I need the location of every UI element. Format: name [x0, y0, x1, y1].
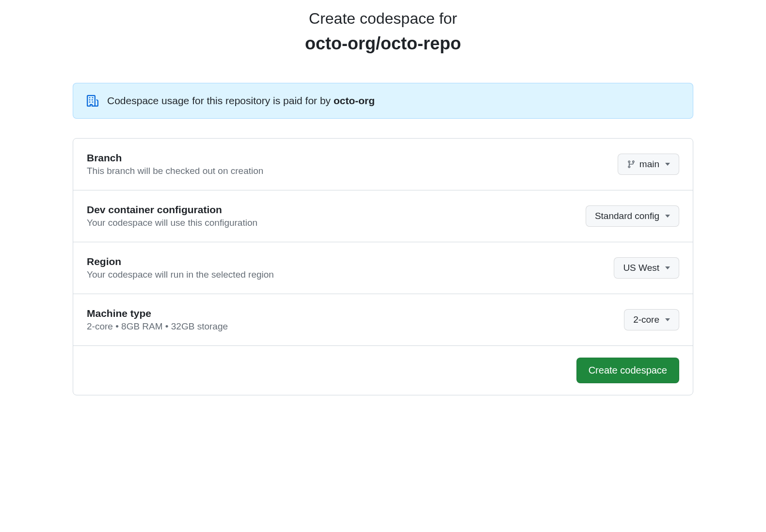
chevron-down-icon	[665, 318, 670, 321]
region-title: Region	[87, 256, 614, 267]
chevron-down-icon	[665, 266, 670, 269]
region-selector[interactable]: US West	[614, 257, 679, 279]
devcontainer-description: Your codespace will use this configurati…	[87, 218, 586, 228]
devcontainer-selector[interactable]: Standard config	[586, 205, 679, 227]
branch-title: Branch	[87, 152, 618, 164]
branch-description: This branch will be checked out on creat…	[87, 166, 618, 176]
chevron-down-icon	[665, 163, 670, 166]
region-option-row: Region Your codespace will run in the se…	[73, 242, 693, 294]
machine-title: Machine type	[87, 308, 624, 319]
machine-value: 2-core	[633, 314, 659, 325]
machine-selector[interactable]: 2-core	[624, 309, 679, 330]
machine-option-row: Machine type 2-core • 8GB RAM • 32GB sto…	[73, 294, 693, 346]
codespace-options-box: Branch This branch will be checked out o…	[73, 138, 693, 395]
create-codespace-button[interactable]: Create codespace	[576, 358, 679, 383]
submit-row: Create codespace	[73, 346, 693, 395]
git-branch-icon	[627, 160, 636, 169]
devcontainer-title: Dev container configuration	[87, 204, 586, 216]
region-value: US West	[623, 263, 659, 273]
region-description: Your codespace will run in the selected …	[87, 269, 614, 280]
branch-selector[interactable]: main	[618, 154, 679, 175]
organization-icon	[87, 95, 98, 107]
billing-info-text: Codespace usage for this repository is p…	[107, 95, 375, 107]
chevron-down-icon	[665, 215, 670, 218]
page-header: Create codespace for octo-org/octo-repo	[73, 10, 693, 54]
branch-value: main	[639, 159, 659, 170]
devcontainer-option-row: Dev container configuration Your codespa…	[73, 190, 693, 242]
billing-text-prefix: Codespace usage for this repository is p…	[107, 95, 334, 106]
devcontainer-value: Standard config	[595, 211, 659, 221]
branch-option-row: Branch This branch will be checked out o…	[73, 139, 693, 190]
header-repo-name: octo-org/octo-repo	[73, 33, 693, 54]
billing-payer: octo-org	[334, 95, 375, 106]
machine-description: 2-core • 8GB RAM • 32GB storage	[87, 321, 624, 332]
header-subtitle: Create codespace for	[73, 10, 693, 28]
billing-info-banner: Codespace usage for this repository is p…	[73, 83, 693, 119]
